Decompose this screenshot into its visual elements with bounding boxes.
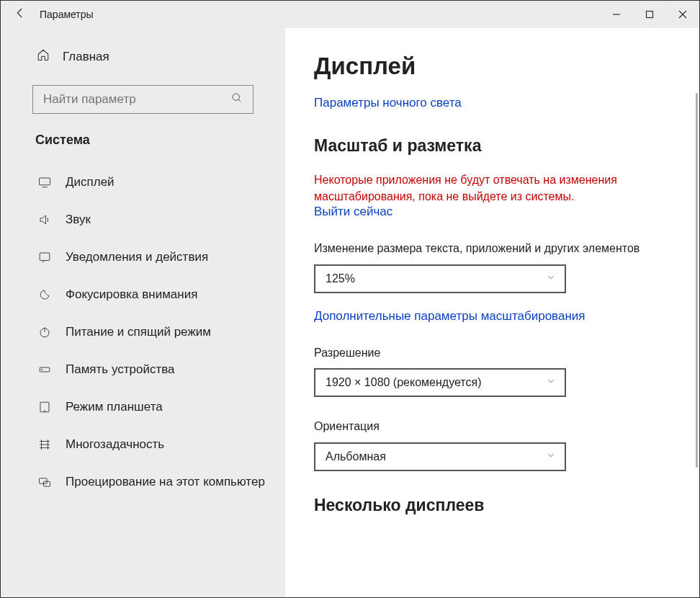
storage-icon: [37, 363, 53, 376]
resolution-dropdown-value: 1920 × 1080 (рекомендуется): [326, 376, 481, 389]
sidebar-item-label: Многозадачность: [66, 437, 164, 452]
category-header: Система: [1, 114, 285, 155]
scale-label: Изменение размера текста, приложений и д…: [314, 241, 645, 256]
display-icon: [37, 176, 53, 189]
sidebar-item-project[interactable]: Проецирование на этот компьютер: [1, 463, 285, 501]
close-button[interactable]: [666, 1, 699, 28]
project-icon: [37, 476, 53, 488]
content-panel: Дисплей Параметры ночного света Масштаб …: [285, 28, 699, 597]
window-title: Параметры: [40, 9, 600, 20]
sidebar-item-label: Дисплей: [66, 175, 115, 189]
minimize-button[interactable]: [600, 1, 633, 28]
multi-display-heading: Несколько дисплеев: [314, 496, 682, 515]
svg-rect-8: [40, 253, 50, 261]
home-link[interactable]: Главная: [1, 41, 285, 72]
chevron-down-icon: [546, 272, 556, 285]
orientation-dropdown-value: Альбомная: [326, 450, 386, 463]
resolution-dropdown[interactable]: 1920 × 1080 (рекомендуется): [314, 368, 566, 397]
scale-dropdown-value: 125%: [326, 272, 355, 285]
scrollbar[interactable]: [696, 93, 698, 468]
orientation-label: Ориентация: [314, 419, 645, 434]
scale-dropdown[interactable]: 125%: [314, 264, 566, 293]
night-light-link[interactable]: Параметры ночного света: [314, 96, 462, 110]
search-box[interactable]: [32, 85, 253, 114]
maximize-button[interactable]: [633, 1, 666, 28]
sidebar-item-multitask[interactable]: Многозадачность: [1, 426, 285, 463]
sidebar-item-label: Уведомления и действия: [66, 250, 208, 264]
sidebar-item-display[interactable]: Дисплей: [1, 164, 285, 201]
sidebar-item-label: Питание и спящий режим: [66, 325, 211, 339]
sidebar: Главная Система Дисплей Звук Уведомления…: [1, 28, 285, 597]
chevron-down-icon: [546, 450, 556, 463]
svg-point-4: [233, 94, 239, 100]
signout-link[interactable]: Выйти сейчас: [314, 205, 392, 219]
orientation-dropdown[interactable]: Альбомная: [314, 442, 566, 471]
advanced-scale-link[interactable]: Дополнительные параметры масштабирования: [314, 309, 585, 323]
sidebar-item-label: Звук: [66, 213, 91, 227]
focus-icon: [37, 288, 53, 301]
sidebar-item-tablet[interactable]: Режим планшета: [1, 388, 285, 426]
sidebar-item-focus[interactable]: Фокусировка внимания: [1, 276, 285, 313]
home-label: Главная: [63, 50, 109, 64]
power-icon: [37, 326, 53, 339]
titlebar: Параметры: [1, 1, 699, 28]
resolution-label: Разрешение: [314, 345, 645, 361]
sidebar-item-label: Память устройства: [66, 362, 175, 377]
multitask-icon: [37, 438, 53, 451]
svg-rect-20: [40, 478, 48, 484]
svg-rect-1: [647, 12, 653, 18]
nav-list: Дисплей Звук Уведомления и действия Фоку…: [1, 164, 285, 501]
svg-point-12: [42, 369, 42, 370]
svg-line-5: [238, 99, 241, 102]
sound-icon: [37, 213, 53, 226]
back-button[interactable]: [1, 6, 40, 23]
scale-warning: Некоторые приложения не будут отвечать н…: [314, 171, 660, 205]
sidebar-item-sound[interactable]: Звук: [1, 201, 285, 238]
svg-rect-13: [40, 402, 49, 412]
search-icon: [231, 92, 247, 107]
chevron-down-icon: [546, 376, 556, 389]
scale-heading: Масштаб и разметка: [314, 136, 682, 156]
sidebar-item-power[interactable]: Питание и спящий режим: [1, 313, 285, 351]
home-icon: [37, 48, 50, 65]
page-title: Дисплей: [314, 53, 682, 80]
sidebar-item-label: Фокусировка внимания: [66, 287, 197, 302]
svg-rect-6: [40, 178, 50, 185]
tablet-icon: [37, 401, 53, 414]
sidebar-item-notifications[interactable]: Уведомления и действия: [1, 238, 285, 276]
sidebar-item-storage[interactable]: Память устройства: [1, 351, 285, 388]
search-input[interactable]: [43, 92, 231, 107]
sidebar-item-label: Режим планшета: [66, 400, 163, 414]
sidebar-item-label: Проецирование на этот компьютер: [66, 475, 265, 489]
notifications-icon: [37, 251, 53, 264]
